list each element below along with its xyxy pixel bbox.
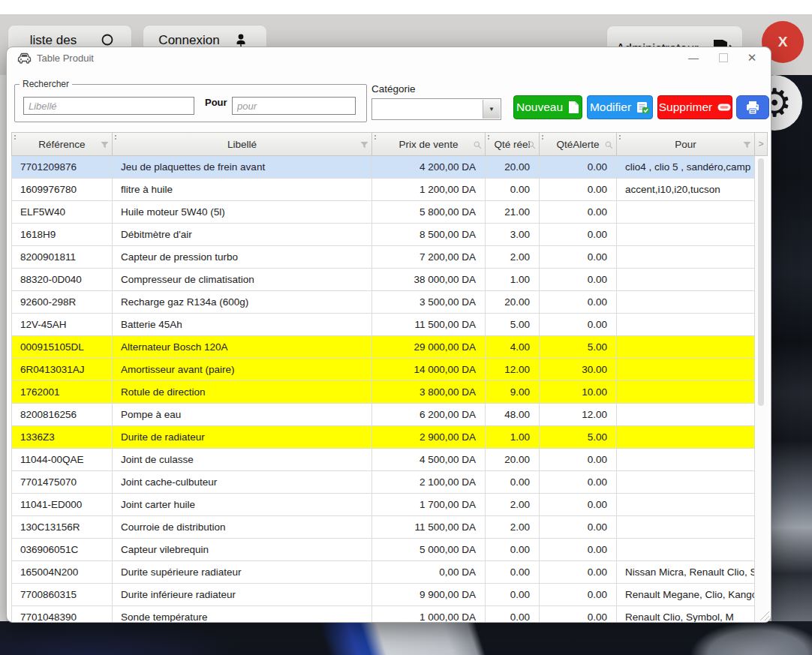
window-title: Table Produit [37,53,94,64]
cell-reference: 165004N200 [12,561,113,583]
filter-funnel-icon[interactable] [360,140,368,152]
print-icon [745,101,760,115]
cell-libelle: Joint de culasse [113,449,372,470]
minimize-button[interactable]: — [681,47,706,68]
column-drag-grip[interactable] [115,135,116,137]
search-libelle-input[interactable] [23,97,194,115]
cell-qte-reel: 2.00 [486,494,540,515]
cell-libelle: Batterie 45Ah [113,314,372,335]
column-drag-grip[interactable] [619,135,621,137]
cell-pour [617,224,755,245]
table-row[interactable]: 7700860315Durite inférieure radiateur9 9… [11,584,768,606]
cell-qte-reel: 9.00 [486,381,540,403]
category-dropdown[interactable]: ▼ [371,98,501,120]
search-filter-icon[interactable] [474,140,482,152]
cell-qte-alerte: 0.00 [540,584,617,605]
cell-reference: 8200816256 [12,404,113,425]
table-row[interactable]: ELF5W40Huile moteur 5W40 (5l)5 800,00 DA… [11,201,768,224]
table-row[interactable]: 165004N200Durite supérieure radiateur0,0… [11,561,768,584]
cell-prix-de-vente: 5 800,00 DA [372,201,486,223]
cell-prix-de-vente: 8 500,00 DA [372,224,486,245]
car-icon [17,53,32,67]
column-header-label: Qté réel [494,139,530,150]
table-row[interactable]: 12V-45AHBatterie 45Ah11 500,00 DA5.000.0… [11,314,768,336]
table-row[interactable]: 1609976780flitre à huile1 200,00 DA0.000… [11,179,768,201]
table-row[interactable]: 1762001Rotule de direction3 800,00 DA9.0… [11,381,768,404]
cell-reference: 7701475070 [12,471,113,493]
filter-funnel-icon[interactable] [101,140,109,152]
filter-funnel-icon[interactable] [743,140,751,152]
search-pour-input[interactable] [232,97,356,115]
edit-button[interactable]: Modifier [587,95,653,119]
scroll-right-button[interactable]: > [755,133,767,155]
column-drag-grip[interactable] [374,135,376,137]
table-row[interactable]: 000915105DLAlternateur Bosch 120A29 000,… [11,336,768,359]
cell-pour: Renault Megane, Clio, Kango [617,584,755,605]
column-drag-grip[interactable] [14,135,16,137]
search-filter-icon[interactable] [605,140,613,152]
table-produit-window: Table Produit — ✕ Rechercher Pour Catégo… [6,47,771,623]
cell-pour [617,494,755,515]
delete-button[interactable]: Supprimer [657,95,732,119]
new-button[interactable]: Nouveau [513,95,582,119]
cell-prix-de-vente: 9 900,00 DA [372,584,486,605]
column-drag-grip[interactable] [542,135,543,137]
column-header-prix-de-vente[interactable]: Prix de vente [372,133,486,155]
table-row[interactable]: 130C13156RCourroie de distribution11 500… [11,516,768,539]
window-close-button[interactable]: ✕ [739,47,765,68]
window-titlebar[interactable]: Table Produit — ✕ [7,47,771,70]
table-row[interactable]: 1618H9Débitmètre d'air8 500,00 DA3.000.0… [11,224,768,246]
table-row[interactable]: 6R0413031AJAmortisseur avant (paire)14 0… [11,359,768,381]
search-group-label: Rechercher [20,79,72,89]
cell-libelle: Joint carter huile [113,494,372,515]
column-header-qte-alerte[interactable]: QtéAlerte [540,133,617,155]
table-row[interactable]: 92600-298RRecharge gaz R134a (600g)3 500… [11,291,768,314]
column-drag-grip[interactable] [488,135,489,137]
cell-reference: 7700860315 [12,584,113,605]
table-row[interactable]: 036906051CCapteur vilebrequin5 000,00 DA… [11,539,768,561]
cell-qte-reel: 5.00 [486,314,540,335]
table-row[interactable]: 8200901811Capteur de pression turbo7 200… [11,246,768,269]
cell-qte-alerte: 0.00 [540,224,617,245]
table-row[interactable]: 88320-0D040Compresseur de climatisation3… [11,269,768,291]
column-header-libelle[interactable]: Libellé [113,133,372,155]
cell-reference: 7701209876 [12,156,113,178]
cell-pour [617,291,755,313]
cell-prix-de-vente: 1 200,00 DA [372,179,486,200]
cell-qte-reel: 20.00 [486,291,540,313]
table-row[interactable]: 1336Z3Durite de radiateur2 900,00 DA1.00… [11,426,768,449]
column-header-reference[interactable]: Référence [12,133,113,155]
cell-qte-alerte: 0.00 [540,156,617,178]
scrollbar-thumb[interactable] [758,158,764,406]
delete-minus-icon [717,104,731,111]
table-row[interactable]: 8200816256Pompe à eau6 200,00 DA48.0012.… [11,404,768,426]
cell-prix-de-vente: 6 200,00 DA [372,404,486,425]
table-row[interactable]: 11041-ED000Joint carter huile1 700,00 DA… [11,494,768,516]
maximize-button[interactable] [711,47,736,68]
cell-qte-alerte: 0.00 [540,561,617,583]
search-filter-icon[interactable] [528,140,536,152]
cell-qte-alerte: 0.00 [540,269,617,290]
table-row[interactable]: 7701475070Joint cache-culbuteur2 100,00 … [11,471,768,494]
column-header-qte-reel[interactable]: Qté réel [486,133,540,155]
new-button-label: Nouveau [516,101,563,114]
print-button[interactable] [736,95,769,119]
cell-pour: Renault Clio, Symbol, M [617,606,755,623]
column-header-pour[interactable]: Pour [617,133,755,155]
vertical-scrollbar[interactable] [754,156,768,621]
cell-pour: accent,i10,i20,tucson [617,179,755,200]
cell-qte-alerte: 0.00 [540,449,617,470]
cell-pour [617,471,755,493]
cell-prix-de-vente: 11 500,00 DA [372,516,486,538]
chevron-down-icon[interactable]: ▼ [483,100,500,119]
cell-qte-alerte: 0.00 [540,516,617,538]
table-row[interactable]: 7701048390Sonde température1 000,00 DA0.… [11,606,768,623]
cell-qte-alerte: 0.00 [540,494,617,515]
cell-reference: 6R0413031AJ [12,359,113,380]
column-header-label: Référence [38,139,85,150]
cell-libelle: Courroie de distribution [113,516,372,538]
table-row[interactable]: 11044-00QAEJoint de culasse4 500,00 DA20… [11,449,768,471]
cell-libelle: Compresseur de climatisation [113,269,372,290]
table-row[interactable]: 7701209876Jeu de plaquettes de frein ava… [11,156,768,179]
product-table: RéférenceLibelléPrix de venteQté réelQté… [11,132,768,623]
